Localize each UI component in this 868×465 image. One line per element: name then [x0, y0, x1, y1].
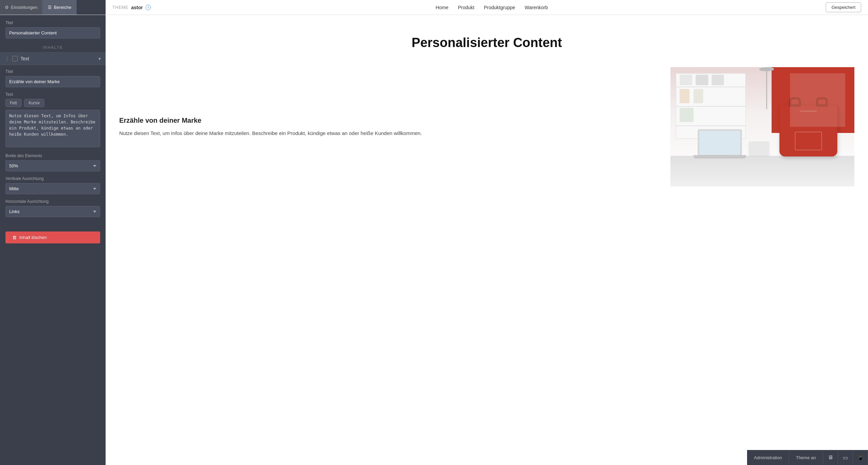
title-section: Titel: [0, 15, 106, 41]
breite-select[interactable]: 50% 25% 33% 66% 75% 100%: [5, 160, 100, 171]
tablet-view-button[interactable]: ▭: [838, 450, 853, 465]
bottom-bar: Administration Theme an 🖥 ▭ 📱: [747, 450, 868, 465]
block-titel-input[interactable]: [5, 76, 100, 87]
format-buttons: Fett Kursiv: [5, 99, 100, 107]
chevron-down-icon: ▾: [98, 56, 101, 61]
block-titel-group: Titel: [5, 69, 100, 87]
main-layout: Titel INHALTE ⋮ Text ▾ Titel Text Fett K…: [0, 15, 868, 465]
italic-button[interactable]: Kursiv: [24, 99, 44, 107]
horizontal-select[interactable]: Links Mitte Rechts: [5, 206, 100, 217]
nav-produkt[interactable]: Produkt: [458, 5, 474, 10]
checkbox-icon[interactable]: [12, 56, 18, 61]
gear-icon: ⚙: [5, 5, 9, 10]
bold-button[interactable]: Fett: [5, 99, 21, 107]
settings-label: Einstellungen: [11, 5, 37, 10]
horizontal-label: Horizontale Ausrichtung: [5, 199, 100, 204]
bereiche-button[interactable]: ☰ Bereiche: [42, 0, 77, 15]
text-label: Text: [5, 92, 100, 97]
theme-label: THEME: [112, 5, 128, 10]
vertikal-group: Vertikale Ausrichtung Mitte Oben Unten: [5, 176, 100, 194]
settings-button[interactable]: ⚙ Einstellungen: [0, 0, 42, 15]
horizontal-group: Horizontale Ausrichtung Links Mitte Rech…: [5, 199, 100, 217]
nav-home[interactable]: Home: [436, 5, 448, 10]
mobile-icon: 📱: [857, 454, 864, 461]
preview-body: Nutze diesen Text, um Infos über deine M…: [119, 129, 657, 137]
preview-title: Personalisierter Content: [119, 35, 854, 50]
store-image: [670, 67, 854, 186]
preview-image-col: [670, 67, 854, 186]
block-fields: Titel Text Fett Kursiv Nutze diesen Text…: [0, 65, 106, 226]
top-bar-left: ⚙ Einstellungen ☰ Bereiche: [0, 0, 106, 15]
theme-button[interactable]: Theme an: [789, 450, 823, 465]
top-bar: ⚙ Einstellungen ☰ Bereiche THEME astor i…: [0, 0, 868, 15]
desktop-view-button[interactable]: 🖥: [823, 450, 838, 465]
block-label: Text: [20, 56, 98, 61]
nav-produktgruppe[interactable]: Produktgruppe: [484, 5, 515, 10]
text-textarea[interactable]: Nutze diesen Text, um Infos über deine M…: [5, 110, 100, 147]
preview-subtitle: Erzähle von deiner Marke: [119, 117, 657, 124]
title-input[interactable]: [5, 27, 100, 39]
text-group: Text Fett Kursiv Nutze diesen Text, um I…: [5, 92, 100, 149]
theme-name: astor: [131, 5, 143, 10]
theme-info: THEME astor i: [106, 5, 158, 10]
inhalte-heading: INHALTE: [0, 41, 106, 52]
drag-icon: ⋮: [5, 56, 10, 61]
bereiche-label: Bereiche: [54, 5, 71, 10]
mobile-view-button[interactable]: 📱: [853, 450, 868, 465]
delete-button[interactable]: 🗑 Inhalt löschen: [5, 231, 100, 243]
vertikal-label: Vertikale Ausrichtung: [5, 176, 100, 181]
info-icon[interactable]: i: [145, 5, 151, 10]
preview-row: Erzähle von deiner Marke Nutze diesen Te…: [119, 67, 854, 186]
delete-label: Inhalt löschen: [19, 235, 47, 240]
preview-content: Personalisierter Content Erzähle von dei…: [106, 15, 868, 200]
tablet-icon: ▭: [843, 454, 848, 461]
top-nav: Home Produkt Produktgruppe Warenkorb: [158, 5, 826, 10]
block-titel-label: Titel: [5, 69, 100, 74]
nav-warenkorb[interactable]: Warenkorb: [525, 5, 548, 10]
preview-area: Personalisierter Content Erzähle von dei…: [106, 15, 868, 465]
menu-icon: ☰: [48, 5, 52, 10]
title-label: Titel: [5, 20, 100, 25]
save-button[interactable]: Gespeichert: [826, 2, 861, 12]
administration-button[interactable]: Administration: [747, 450, 789, 465]
content-block-header[interactable]: ⋮ Text ▾: [0, 52, 106, 65]
breite-label: Breite des Elements: [5, 153, 100, 158]
sidebar: Titel INHALTE ⋮ Text ▾ Titel Text Fett K…: [0, 15, 106, 465]
desktop-icon: 🖥: [828, 454, 833, 461]
trash-icon: 🗑: [12, 235, 17, 240]
preview-text-col: Erzähle von deiner Marke Nutze diesen Te…: [119, 117, 670, 137]
vertikal-select[interactable]: Mitte Oben Unten: [5, 183, 100, 194]
breite-group: Breite des Elements 50% 25% 33% 66% 75% …: [5, 153, 100, 171]
